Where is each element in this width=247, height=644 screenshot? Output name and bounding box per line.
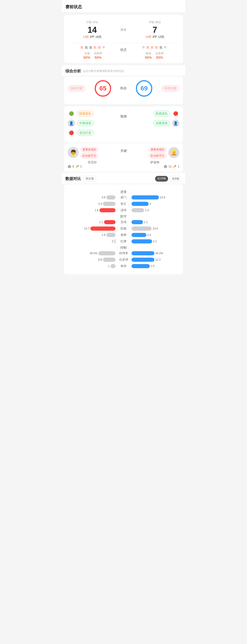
data-compare-title: 数据对比 <box>65 176 81 182</box>
right-conceded-value: 1.1 <box>144 220 150 224</box>
control-section-label: 控制 <box>67 246 180 250</box>
left-player: 👦 赛事表现好 队内射手王 坎贝尔 ⚽ 8 🥕 1 <box>68 147 117 168</box>
left-yellow-bar <box>106 233 115 237</box>
data-compare-title-row: 数据对比 同主客 <box>65 176 96 182</box>
right-formation-badge: 阵容完整 <box>162 85 179 92</box>
right-rates: 客场 50% 总胜率 50% <box>129 52 179 59</box>
right-on-target-bar <box>132 202 149 206</box>
divider <box>68 43 179 43</box>
filter-row: 近20场 近6场 <box>155 176 182 182</box>
left-goals-value: 1.6 <box>92 209 99 212</box>
right-player: 赛事表现好 队内射手王 👱 萨金特 ⚽ 11 🥕 1 <box>130 147 179 168</box>
right-player-info: 赛事表现好 队内射手王 <box>149 147 167 160</box>
right-red-value: 0.1 <box>153 240 159 243</box>
analysis-subtitle: 点击分数可查看球队阵容分析信息 <box>83 69 124 73</box>
corner-row: 1 角球 2.5 <box>67 264 180 268</box>
left-yellow: 1.8 <box>67 233 115 237</box>
right-shots-value: 10.8 <box>160 196 166 199</box>
formation-card: 阵容完整 65 阵容 69 阵容完整 <box>64 76 183 104</box>
right-shots-bar <box>132 195 159 200</box>
home-rate: 主场 50% <box>83 52 90 59</box>
defense-section-label: 防守 <box>67 214 180 219</box>
yellow-row: 1.8 黄牌 2.4 <box>67 233 180 237</box>
right-total-rate: 总胜率 50% <box>156 52 164 59</box>
left-shots-value: 4.8 <box>99 196 105 199</box>
right-on-target-value: 4 <box>150 202 156 206</box>
right-predict-tag-1: 卧底送礼 <box>153 110 170 116</box>
right-red-bar <box>132 239 152 244</box>
left-team-rank: 37轮 47分 14 13胜 8平 16负 <box>68 20 117 39</box>
left-rates: 主场 50% 总胜率 50% <box>68 52 118 59</box>
left-corner: 1 <box>67 264 115 268</box>
left-assists: 1 <box>80 165 82 168</box>
right-freekick-bar <box>132 258 154 262</box>
right-on-target: 4 <box>132 202 180 206</box>
left-possession: 38.5% <box>67 251 115 255</box>
left-goals-bar <box>99 208 115 212</box>
left-predict-tag-3: 定位打击 <box>77 130 94 136</box>
red-row: 0 红牌 0.1 <box>67 239 180 244</box>
filter-same-home-away[interactable]: 同主客 <box>83 176 96 182</box>
right-shots: 10.8 <box>132 195 180 200</box>
left-yellow-value: 1.8 <box>99 233 105 236</box>
right-rank-number: 7 <box>130 25 179 35</box>
right-corner-bar <box>132 264 150 268</box>
ranking-card: 37轮 47分 14 13胜 8平 16负 排名 37轮 56分 7 16胜 8… <box>64 15 183 63</box>
left-games: 胜 负 负 胜 胜 平 <box>68 46 118 50</box>
left-player-avatar-1: 👤 <box>68 120 75 127</box>
right-red: 0.1 <box>132 239 180 244</box>
data-compare-header: 数据对比 同主客 近20场 近6场 <box>62 173 185 184</box>
left-player-info: 赛事表现好 队内射手王 <box>80 147 98 160</box>
on-target-label: 射正 <box>115 202 132 206</box>
red-label: 红牌 <box>115 239 132 244</box>
key-players-card: 👦 赛事表现好 队内射手王 坎贝尔 ⚽ 8 🥕 1 关键 赛事表现好 队内射手王 <box>64 143 183 172</box>
right-predict-item-2: 右路进攻 👤 <box>130 120 179 127</box>
right-conceded: 1.1 <box>132 220 180 224</box>
left-freekick: 8.8 <box>67 258 115 262</box>
right-player-tag-1: 赛事表现好 <box>149 147 167 152</box>
key-label: 关键 <box>117 147 130 153</box>
right-conceded-bar <box>132 220 143 224</box>
left-conceded-bar <box>104 220 115 224</box>
filter-6-games[interactable]: 近6场 <box>170 176 182 182</box>
right-possession: 45.2% <box>132 251 180 255</box>
prediction-row: 🟢 卧底送礼 👤 中路进攻 🔴 定位打击 预测 卧底送礼 🔴 右路进攻 👤 <box>68 110 179 139</box>
right-corner-value: 2.5 <box>151 264 157 268</box>
left-corner-bar <box>110 264 115 268</box>
ranking-label: 排名 <box>117 28 130 32</box>
left-predictions: 🟢 卧底送礼 👤 中路进攻 🔴 定位打击 <box>68 110 117 139</box>
fouls-label: 犯规 <box>115 226 132 230</box>
left-player-tag-1: 赛事表现好 <box>80 147 98 152</box>
right-team-icon-1: 🔴 <box>172 110 179 117</box>
data-compare-card: 进攻 4.8 射门 10.8 3.3 射正 4 1.6 进球 <box>64 184 183 274</box>
right-yellow: 2.4 <box>132 233 180 237</box>
right-predict-tag-2: 右路进攻 <box>153 120 170 126</box>
away-rate: 客场 50% <box>145 52 152 59</box>
left-predict-item-2: 👤 中路进攻 <box>68 120 117 127</box>
left-fouls-bar <box>90 226 115 230</box>
shots-label: 射门 <box>115 195 132 200</box>
conceded-row: 1.1 丢球 1.1 <box>67 220 180 224</box>
left-goals: 1.6 <box>67 208 115 212</box>
left-fouls: 13.7 <box>67 226 115 230</box>
left-on-target-value: 3.3 <box>96 202 102 206</box>
right-score-circle[interactable]: 69 <box>136 80 152 97</box>
right-player-avatar: 👱 <box>168 147 179 158</box>
right-fouls-bar <box>132 226 152 230</box>
yellow-label: 黄牌 <box>115 233 132 237</box>
left-rounds: 37轮 47分 <box>68 20 117 24</box>
formation-row: 阵容完整 65 阵容 69 阵容完整 <box>68 80 179 97</box>
left-player-avatar: 👦 <box>68 147 79 158</box>
right-fouls: 10.4 <box>132 226 180 230</box>
left-score-circle[interactable]: 65 <box>95 80 111 97</box>
right-freekick: 12.2 <box>132 258 180 262</box>
right-rounds: 37轮 56分 <box>130 20 179 24</box>
right-wdl: 16胜 8平 13负 <box>130 35 179 39</box>
left-team-icon-1: 🟢 <box>68 110 75 117</box>
left-conceded-value: 1.1 <box>97 220 103 224</box>
left-player-name: 坎贝尔 <box>68 160 117 164</box>
left-total-rate: 总胜率 50% <box>94 52 102 59</box>
right-goals: 1.3 <box>132 208 180 212</box>
right-possession-value: 45.2% <box>155 252 163 255</box>
filter-20-games[interactable]: 近20场 <box>155 176 168 182</box>
